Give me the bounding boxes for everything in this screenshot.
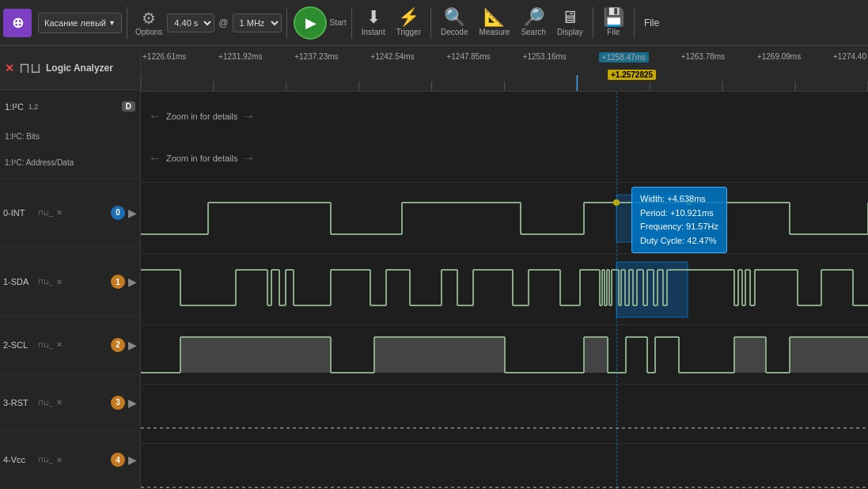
options-icon: ⚙ [142,9,156,28]
measure-button[interactable]: 📐 Measure [474,7,514,38]
int-name: 0-INT [3,208,35,218]
channel-scl: 2-SCL ⊓⊔_ ✕ 2 ▶ [0,317,140,374]
ruler-label-2: +1237.23ms [294,52,338,63]
start-button[interactable]: ▶ [294,6,327,40]
separator-5 [593,7,593,39]
channel-i2c: 1:I²C 1,2 D 1:I²C: Bits 1:I²C: Address/D… [0,90,140,179]
channel-vcc: 4-Vcc ⊓⊔_ ✕ 4 ▶ [0,431,140,489]
separator-6 [634,7,635,39]
channel-sda: 1-SDA ⊓⊔_ ✕ 1 ▶ [0,248,140,317]
scl-waveform-svg [141,325,868,385]
search-label: Search [521,28,546,36]
start-label: Start [330,18,347,27]
vcc-badge-label: 4 [116,456,120,464]
measure-icon: 📐 [483,9,505,26]
scl-name: 2-SCL [3,340,35,350]
rst-waveform-icon: ⊓⊔_ [38,399,53,407]
ruler-label-0: +1226.61ms [142,52,186,63]
measure-tooltip: Width: +4.638ms Period: +10.921ms Freque… [631,187,727,253]
waveform-int-row: Width: +4.638ms Period: +10.921ms Freque… [141,183,868,254]
rst-badge: 3 [111,396,125,410]
separator-4 [430,7,431,39]
zoom-bits-text: Zoom in for details [166,112,237,121]
measure-label: Measure [479,28,510,36]
vcc-name: 4-Vcc [3,455,35,464]
channels-sidebar: ✕ ⊓⊔ Logic Analyzer 1:I²C 1,2 D 1:I²C: B… [0,46,141,489]
cursor-value: +1.2572825 [611,70,653,79]
file-button[interactable]: 💾 File [598,7,629,38]
int-x-icon: ✕ [56,208,63,217]
main-area: ✕ ⊓⊔ Logic Analyzer 1:I²C 1,2 D 1:I²C: B… [0,46,868,489]
decode-icon: 🔍 [444,9,465,26]
rst-arrow-icon: ▶ [128,396,137,409]
rst-waveform-svg [141,385,868,444]
ruler-label-9: +1274.40 [833,52,866,63]
file-menu[interactable]: File [639,16,664,30]
instant-button[interactable]: ⬇ Instant [357,7,390,38]
file-menu-label: File [644,17,659,28]
time-select[interactable]: 4.40 s [167,13,214,32]
decode-label: Decode [441,28,468,36]
ruler-label-7: +1263.78ms [681,52,725,63]
display-button[interactable]: 🖥 Display [552,7,588,38]
file-label: File [607,28,620,36]
vcc-x-icon: ✕ [56,456,63,464]
zoom-detail-addr: ← Zoom in for details → [149,151,255,165]
i2c-badge: D [122,101,135,112]
close-button[interactable]: ✕ [5,62,14,74]
vcc-waveform-icon: ⊓⊔_ [38,456,53,464]
zoom-left-arrow: ← [149,109,161,123]
separator-2 [286,7,287,39]
i2c-addr-label: 1:I²C: Address/Data [5,158,74,167]
app-logo: ⊕ [3,9,32,37]
measure-width: Width: +4.638ms [640,192,718,207]
channel-rst: 3-RST ⊓⊔_ ✕ 3 ▶ [0,374,140,432]
at-label: @ [218,17,228,28]
rst-badge-label: 3 [116,398,120,407]
rst-name: 3-RST [3,398,35,408]
freq-select[interactable]: 1 MHz [233,13,282,32]
decode-button[interactable]: 🔍 Decode [436,7,472,38]
svg-rect-169 [790,337,868,373]
waveform-rst-row [141,385,868,444]
separator-1 [127,7,127,39]
sda-badge-label: 1 [116,278,120,286]
sda-waveform-icon: ⊓⊔_ [38,278,53,286]
svg-rect-138 [180,337,331,373]
waveform-sda-row [141,254,868,325]
int-waveform-icon: ⊓⊔_ [38,209,53,217]
int-badge-label: 0 [116,208,120,217]
waveform-canvas[interactable]: ← Zoom in for details → ← Zoom in for de… [141,92,868,489]
touch-button[interactable]: Касание левый ▼ [38,13,122,33]
ruler-label-5: +1253.16ms [523,52,567,63]
svg-rect-149 [584,337,608,373]
int-waveform-svg [141,183,868,254]
scl-waveform-icon: ⊓⊔_ [38,341,53,349]
measure-duty-cycle: Duty Cycle: 42.47% [640,234,718,248]
vcc-arrow-icon: ▶ [128,453,137,466]
i2c-badge-label: D [126,102,131,111]
sda-name: 1-SDA [3,277,35,286]
ruler-label-4: +1247.85ms [446,52,490,63]
waveform-vcc-row [141,444,868,489]
ruler-label-3: +1242.54ms [370,52,414,63]
rst-x-icon: ✕ [56,398,63,407]
int-badge: 0 [111,206,125,220]
scl-arrow-icon: ▶ [128,339,137,351]
waveform-area[interactable]: +1226.61ms +1231.92ms +1237.23ms +1242.5… [141,46,868,489]
i2c-name: 1:I²C [5,102,24,112]
measure-period: Period: +10.921ms [640,207,718,221]
logic-analyzer-icon: ⊓⊔ [19,59,41,77]
waveform-i2c-row: ← Zoom in for details → ← Zoom in for de… [141,92,868,183]
scl-badge: 2 [111,338,125,352]
vcc-waveform-svg [141,444,868,489]
touch-label: Касание левый [44,18,106,28]
ruler-label-6: +1258.47ms [599,52,649,63]
scl-badge-label: 2 [116,340,120,349]
search-button[interactable]: 🔎 Search [516,7,551,38]
trigger-button[interactable]: ⚡ Trigger [392,7,426,38]
logic-analyzer-title: Logic Analyzer [46,63,113,74]
vertical-cursor [616,92,617,489]
chevron-down-icon: ▼ [108,19,116,27]
toolbar: ⊕ Касание левый ▼ ⚙ Options 4.40 s @ 1 M… [0,0,868,46]
